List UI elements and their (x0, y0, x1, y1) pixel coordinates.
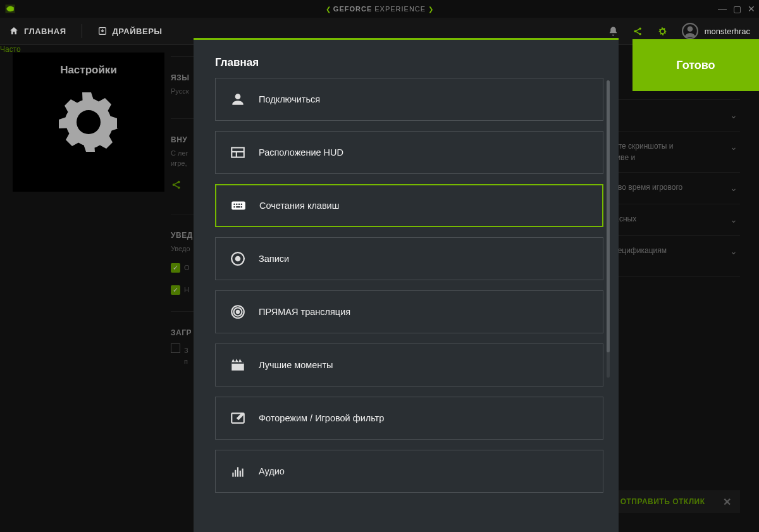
overlay-item-broadcast[interactable]: ПРЯМАЯ трансляция (215, 290, 603, 333)
overlay-item-label: Лучшие моменты (259, 360, 333, 370)
bell-icon[interactable] (608, 26, 619, 37)
overlay-title: Главная (194, 40, 619, 78)
svg-point-21 (235, 256, 241, 262)
svg-rect-31 (240, 471, 241, 477)
overlay-item-label: Аудио (259, 466, 285, 476)
clapper-icon (230, 357, 246, 373)
svg-rect-15 (238, 204, 240, 205)
brand-text-a: GEFORCE (333, 5, 372, 13)
brand: ❮ GEFORCE EXPERIENCE ❯ (326, 5, 433, 13)
nav-drivers-label: ДРАЙВЕРЫ (113, 27, 163, 36)
download-icon (97, 26, 108, 36)
overlay-item-label: ПРЯМАЯ трансляция (259, 307, 350, 317)
avatar-icon (682, 23, 698, 39)
svg-rect-29 (235, 470, 236, 477)
svg-rect-19 (241, 206, 242, 207)
window-controls: — ▢ ✕ (718, 4, 755, 14)
svg-point-5 (687, 26, 693, 32)
overlay-item-layout[interactable]: Расположение HUD (215, 131, 603, 174)
gear-icon[interactable] (657, 26, 668, 37)
brand-text-b: EXPERIENCE (374, 5, 426, 13)
audio-icon (230, 463, 246, 479)
home-icon (9, 26, 19, 36)
svg-rect-30 (237, 467, 238, 477)
svg-rect-16 (241, 204, 242, 205)
overlay-item-photo[interactable]: Фоторежим / Игровой фильтр (215, 397, 603, 440)
nav-home[interactable]: ГЛАВНАЯ (9, 26, 66, 36)
overlay-item-label: Сочетания клавиш (259, 201, 339, 211)
overlay-item-clapper[interactable]: Лучшие моменты (215, 343, 603, 387)
svg-rect-28 (232, 473, 233, 477)
share-icon[interactable] (632, 26, 643, 37)
chevron-left-icon: ❮ (326, 6, 331, 13)
scrollbar-thumb[interactable] (607, 80, 610, 352)
svg-rect-14 (236, 204, 237, 205)
maximize-button[interactable]: ▢ (733, 4, 741, 14)
overlay-item-label: Подключиться (259, 94, 320, 104)
nav-drivers[interactable]: ДРАЙВЕРЫ (97, 26, 163, 36)
nvidia-icon (4, 3, 16, 15)
svg-rect-26 (231, 362, 244, 364)
divider (82, 24, 82, 38)
user-icon (230, 91, 246, 108)
layout-icon (230, 144, 246, 161)
overlay-body: ПодключитьсяРасположение HUDСочетания кл… (194, 78, 619, 532)
overlay-item-record[interactable]: Записи (215, 237, 603, 280)
scrollbar[interactable] (607, 80, 610, 378)
nav-home-label: ГЛАВНАЯ (24, 27, 66, 36)
overlay-item-user[interactable]: Подключиться (215, 78, 603, 121)
title-bar: ❮ GEFORCE EXPERIENCE ❯ — ▢ ✕ (0, 0, 759, 18)
done-button-label: Готово (676, 59, 715, 72)
broadcast-icon (230, 304, 246, 320)
overlay-item-label: Расположение HUD (259, 147, 343, 158)
svg-rect-12 (231, 202, 245, 210)
overlay-item-label: Фоторежим / Игровой фильтр (259, 413, 384, 423)
user-area[interactable]: monsterhrac (682, 23, 750, 39)
chevron-right-icon: ❯ (428, 6, 433, 13)
overlay-item-keyboard[interactable]: Сочетания клавиш (215, 184, 603, 227)
overlay-item-label: Записи (259, 254, 289, 264)
svg-rect-13 (233, 204, 235, 205)
username: monsterhrac (705, 27, 750, 36)
svg-rect-17 (233, 206, 235, 207)
svg-rect-32 (242, 469, 244, 477)
close-button[interactable]: ✕ (748, 4, 755, 14)
svg-rect-18 (236, 206, 240, 207)
record-icon (230, 251, 246, 267)
svg-point-22 (236, 310, 240, 314)
done-button[interactable]: Готово (632, 39, 759, 91)
settings-overlay-panel: Главная ПодключитьсяРасположение HUDСоче… (194, 38, 619, 532)
minimize-button[interactable]: — (718, 4, 727, 14)
photo-icon (230, 410, 246, 426)
keyboard-icon (230, 197, 247, 214)
overlay-item-audio[interactable]: Аудио (215, 450, 603, 493)
